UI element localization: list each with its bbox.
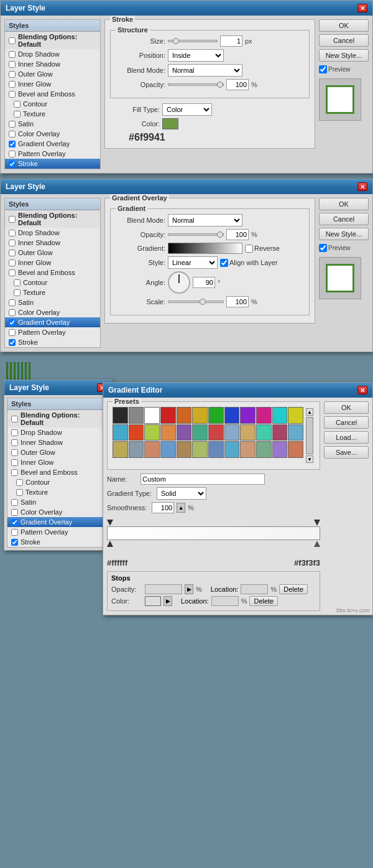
sidebar-item-patternoverlay-2[interactable]: Pattern Overlay	[5, 327, 100, 337]
sidebar-item-innershadow-2[interactable]: Inner Shadow	[5, 238, 100, 248]
opacity-slider-2[interactable]	[168, 233, 224, 236]
presets-scroll-up[interactable]: ▲	[306, 408, 313, 416]
preset-swatch[interactable]	[240, 424, 256, 441]
coloroverlay-checkbox-3[interactable]	[11, 509, 18, 516]
preset-swatch[interactable]	[113, 441, 128, 458]
satin-checkbox-1[interactable]	[9, 121, 16, 128]
preset-swatch[interactable]	[288, 424, 303, 441]
size-input[interactable]	[220, 35, 242, 47]
preset-swatch[interactable]	[288, 407, 303, 424]
innershadow-checkbox-3[interactable]	[11, 439, 18, 446]
innerglow-checkbox-3[interactable]	[11, 459, 18, 466]
opacity-stop-arrow[interactable]: ▶	[185, 584, 193, 594]
sidebar-item-innershadow-3[interactable]: Inner Shadow	[7, 437, 103, 447]
sidebar-item-texture-2[interactable]: Texture	[5, 287, 100, 297]
blend-select-1[interactable]: Normal Dissolve Multiply	[168, 64, 242, 77]
blending-checkbox-3[interactable]	[11, 416, 18, 422]
cancel-button-1[interactable]: Cancel	[319, 34, 369, 47]
preset-swatch[interactable]	[224, 424, 240, 441]
size-slider[interactable]	[168, 40, 218, 42]
sidebar-item-innerglow-2[interactable]: Inner Glow	[5, 258, 100, 268]
preset-swatch[interactable]	[208, 441, 224, 458]
save-button[interactable]: Save...	[324, 446, 369, 459]
color-stop-right[interactable]	[314, 541, 320, 547]
stroke-checkbox-3[interactable]	[11, 539, 18, 546]
ok-button-1[interactable]: OK	[319, 19, 369, 32]
sidebar-item-contour-2[interactable]: Contour	[5, 278, 100, 287]
color-stop-swatch[interactable]	[145, 596, 161, 606]
preview-checkbox-1[interactable]	[319, 65, 327, 73]
satin-checkbox-2[interactable]	[9, 299, 16, 306]
sidebar-item-blending-2[interactable]: Blending Options: Default	[5, 210, 100, 228]
opacity-stop-left[interactable]	[107, 520, 113, 526]
angle-dial[interactable]	[168, 271, 190, 294]
preset-swatch[interactable]	[160, 441, 176, 458]
sidebar-item-bevel-1[interactable]: Bevel and Emboss	[5, 89, 100, 99]
blending-checkbox-1[interactable]	[9, 37, 16, 44]
sidebar-item-coloroverlay-2[interactable]: Color Overlay	[5, 307, 100, 317]
color-stop-arrow[interactable]: ▶	[163, 596, 172, 606]
sidebar-item-innerglow-3[interactable]: Inner Glow	[7, 457, 103, 467]
gradientoverlay-checkbox-3[interactable]	[11, 519, 18, 526]
delete-btn-1[interactable]: Delete	[279, 584, 308, 594]
color-stop-left[interactable]	[107, 541, 113, 547]
preset-swatch[interactable]	[129, 407, 144, 424]
cancel-button-3[interactable]: Cancel	[324, 416, 369, 429]
preset-swatch[interactable]	[160, 407, 176, 424]
ok-button-3[interactable]: OK	[324, 401, 369, 414]
sidebar-item-satin-1[interactable]: Satin	[5, 119, 100, 129]
sidebar-item-coloroverlay-3[interactable]: Color Overlay	[7, 507, 103, 517]
scale-slider[interactable]	[168, 301, 224, 303]
style-select[interactable]: Linear Radial Angle	[168, 256, 218, 269]
patternoverlay-checkbox-3[interactable]	[11, 529, 18, 536]
opacity-input-1[interactable]	[226, 79, 249, 90]
preset-swatch[interactable]	[144, 424, 160, 441]
align-checkbox[interactable]	[220, 259, 228, 267]
gradient-type-select[interactable]: Solid Noise	[157, 487, 206, 500]
preset-swatch[interactable]	[177, 424, 192, 441]
name-input[interactable]	[140, 474, 265, 485]
stroke-checkbox-1[interactable]	[9, 161, 16, 167]
preset-swatch[interactable]	[256, 407, 272, 424]
presets-scroll-down[interactable]: ▼	[306, 455, 313, 463]
satin-checkbox-3[interactable]	[11, 499, 18, 506]
preset-swatch[interactable]	[240, 407, 256, 424]
sidebar-item-innerglow-1[interactable]: Inner Glow	[5, 79, 100, 89]
preset-swatch[interactable]	[224, 441, 240, 458]
contour-checkbox-3[interactable]	[16, 479, 23, 486]
patternoverlay-checkbox-1[interactable]	[9, 151, 16, 157]
sidebar-item-innershadow-1[interactable]: Inner Shadow	[5, 59, 100, 69]
sidebar-item-dropshadow-2[interactable]: Drop Shadow	[5, 228, 100, 238]
load-button[interactable]: Load...	[324, 431, 369, 444]
sidebar-item-bevel-2[interactable]: Bevel and Emboss	[5, 268, 100, 278]
innerglow-checkbox-2[interactable]	[9, 259, 16, 266]
sidebar-item-outerglow-3[interactable]: Outer Glow	[7, 447, 103, 457]
sidebar-item-contour-3[interactable]: Contour	[7, 477, 103, 487]
coloroverlay-checkbox-1[interactable]	[9, 131, 16, 138]
preset-swatch[interactable]	[272, 424, 288, 441]
bevel-checkbox-1[interactable]	[9, 91, 16, 98]
sidebar-item-gradientoverlay-2[interactable]: Gradient Overlay	[5, 317, 100, 327]
smoothness-up[interactable]: ▲	[177, 503, 185, 513]
innershadow-checkbox-1[interactable]	[9, 61, 16, 68]
contour-checkbox-1[interactable]	[14, 101, 21, 108]
preset-swatch[interactable]	[256, 441, 272, 458]
location-input-2[interactable]	[211, 596, 239, 606]
reverse-checkbox[interactable]	[245, 245, 253, 253]
preview-checkbox-2[interactable]	[319, 244, 327, 252]
gradient-preview-bar[interactable]	[107, 526, 320, 540]
stroke-checkbox-2[interactable]	[9, 339, 16, 346]
close-button-2[interactable]: ✕	[357, 182, 367, 191]
color-swatch[interactable]	[162, 118, 178, 129]
dropshadow-checkbox-1[interactable]	[9, 51, 16, 58]
sidebar-item-contour-1[interactable]: Contour	[5, 99, 100, 109]
gradientoverlay-checkbox-2[interactable]	[9, 319, 16, 326]
outerglow-checkbox-1[interactable]	[9, 71, 16, 78]
preset-swatch[interactable]	[113, 407, 128, 424]
bevel-checkbox-3[interactable]	[11, 469, 18, 476]
gradient-editor-close[interactable]: ✕	[357, 386, 367, 394]
innerglow-checkbox-1[interactable]	[9, 81, 16, 88]
preset-swatch[interactable]	[192, 424, 208, 441]
sidebar-item-texture-3[interactable]: Texture	[7, 487, 103, 497]
close-button-1[interactable]: ✕	[357, 4, 367, 12]
